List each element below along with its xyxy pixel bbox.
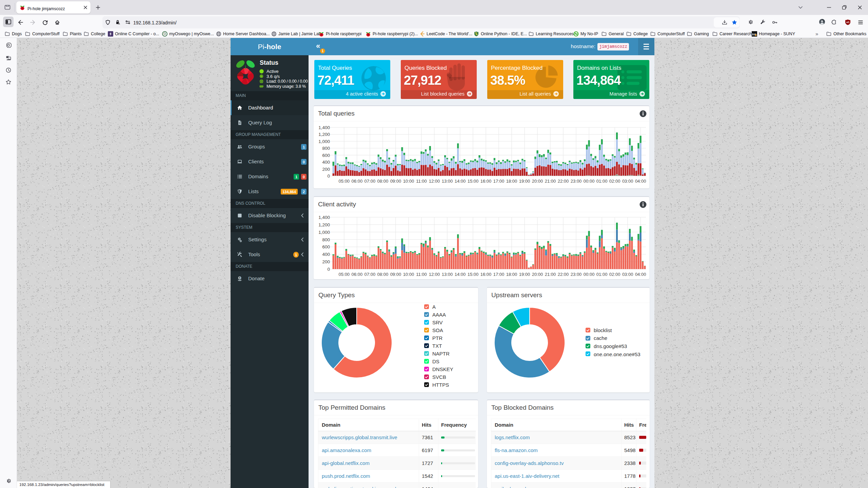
svg-text:04:00: 04:00 bbox=[635, 179, 646, 184]
svg-text:09:00: 09:00 bbox=[390, 272, 401, 277]
svg-text:12:00: 12:00 bbox=[429, 179, 440, 184]
svg-text:06:00: 06:00 bbox=[352, 179, 363, 184]
svg-text:04:00: 04:00 bbox=[635, 272, 646, 277]
svg-text:$: $ bbox=[239, 277, 240, 279]
svg-text:08:00: 08:00 bbox=[377, 272, 389, 277]
svg-text:00:00: 00:00 bbox=[584, 179, 595, 184]
svg-text:0: 0 bbox=[327, 267, 330, 272]
svg-text:09:00: 09:00 bbox=[390, 179, 401, 184]
svg-text:18:00: 18:00 bbox=[506, 272, 517, 277]
svg-text:12:00: 12:00 bbox=[429, 272, 440, 277]
svg-text:200: 200 bbox=[322, 167, 330, 172]
svg-text:14:00: 14:00 bbox=[455, 179, 466, 184]
svg-text:400: 400 bbox=[322, 160, 330, 165]
svg-text:13:00: 13:00 bbox=[442, 179, 453, 184]
svg-text:23:00: 23:00 bbox=[571, 179, 582, 184]
svg-text:14:00: 14:00 bbox=[455, 272, 466, 277]
svg-text:16:00: 16:00 bbox=[480, 179, 492, 184]
svg-text:00:00: 00:00 bbox=[584, 272, 595, 277]
svg-text:13:00: 13:00 bbox=[442, 272, 453, 277]
svg-text:17:00: 17:00 bbox=[493, 179, 505, 184]
svg-text:06:00: 06:00 bbox=[352, 272, 363, 277]
svg-text:1,200: 1,200 bbox=[318, 132, 330, 137]
svg-text:19:00: 19:00 bbox=[519, 272, 530, 277]
svg-text:03:00: 03:00 bbox=[622, 272, 633, 277]
svg-text:23:00: 23:00 bbox=[571, 272, 582, 277]
svg-text:05:00: 05:00 bbox=[339, 179, 350, 184]
svg-text:21:00: 21:00 bbox=[545, 179, 556, 184]
svg-text:07:00: 07:00 bbox=[364, 179, 376, 184]
svg-text:10:00: 10:00 bbox=[403, 272, 414, 277]
svg-text:05:00: 05:00 bbox=[339, 272, 350, 277]
svg-text:07:00: 07:00 bbox=[364, 272, 376, 277]
svg-text:01:00: 01:00 bbox=[596, 272, 608, 277]
svg-text:0: 0 bbox=[327, 174, 330, 179]
svg-text:O: O bbox=[164, 32, 166, 36]
svg-text:11:00: 11:00 bbox=[416, 272, 427, 277]
svg-text:1,000: 1,000 bbox=[318, 230, 330, 235]
svg-text:16:00: 16:00 bbox=[480, 272, 492, 277]
svg-text:600: 600 bbox=[322, 244, 330, 249]
svg-text:17:00: 17:00 bbox=[493, 272, 505, 277]
svg-text:20:00: 20:00 bbox=[532, 272, 543, 277]
svg-text:800: 800 bbox=[322, 146, 330, 151]
svg-text:22:00: 22:00 bbox=[558, 179, 569, 184]
svg-text:02:00: 02:00 bbox=[609, 179, 620, 184]
svg-text:02:00: 02:00 bbox=[609, 272, 620, 277]
svg-text:200: 200 bbox=[322, 259, 330, 264]
svg-text:1,200: 1,200 bbox=[318, 222, 330, 227]
svg-text:400: 400 bbox=[322, 252, 330, 257]
svg-text:08:00: 08:00 bbox=[377, 179, 389, 184]
svg-text:20:00: 20:00 bbox=[532, 179, 543, 184]
svg-text:1,000: 1,000 bbox=[318, 139, 330, 144]
svg-text:uO: uO bbox=[846, 21, 849, 23]
svg-text:15:00: 15:00 bbox=[468, 272, 479, 277]
svg-text:18:00: 18:00 bbox=[506, 179, 517, 184]
svg-text:03:00: 03:00 bbox=[622, 179, 633, 184]
svg-text:21:00: 21:00 bbox=[545, 272, 556, 277]
svg-text:19:00: 19:00 bbox=[519, 179, 530, 184]
svg-text:600: 600 bbox=[322, 153, 330, 158]
svg-text:01:00: 01:00 bbox=[596, 179, 608, 184]
svg-text:15:00: 15:00 bbox=[468, 179, 479, 184]
svg-text:1,400: 1,400 bbox=[318, 215, 330, 220]
svg-text:11:00: 11:00 bbox=[416, 179, 427, 184]
svg-text:1,400: 1,400 bbox=[318, 125, 330, 130]
svg-text:800: 800 bbox=[322, 237, 330, 242]
svg-text:10:00: 10:00 bbox=[403, 179, 414, 184]
svg-text:22:00: 22:00 bbox=[558, 272, 569, 277]
